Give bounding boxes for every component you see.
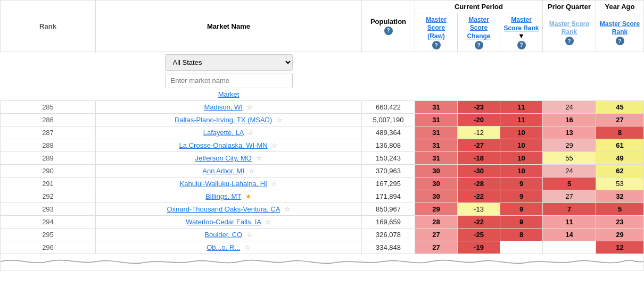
market-link[interactable]: Market — [218, 90, 240, 98]
table-row: 291 Kahului-Wailuku-Lahaina, HI ☆ 167,29… — [1, 178, 644, 190]
master-score-rank-current-header[interactable]: Master Score Rank ▼ ? — [500, 13, 543, 52]
rank-year-filter-cell — [596, 52, 644, 101]
change-score-cell: -27 — [458, 139, 500, 152]
prior-quarter-header: Prior Quarter — [543, 1, 596, 13]
star-icon[interactable]: ☆ — [284, 205, 291, 213]
market-link-text[interactable]: Madison, WI — [204, 103, 243, 111]
master-score-rank-prior-header[interactable]: Master Score Rank ? — [543, 13, 596, 52]
market-name-input[interactable] — [165, 73, 293, 88]
change-help-icon[interactable]: ? — [475, 41, 483, 49]
table-row: 296 Ob...o, R... ☆ 334,848 27 -19 12 — [1, 241, 644, 254]
star-icon[interactable]: ★ — [245, 192, 252, 200]
star-icon[interactable]: ☆ — [247, 129, 254, 137]
market-name-cell: Oxnard-Thousand Oaks-Ventura, CA ☆ — [96, 203, 362, 216]
market-link-text[interactable]: Ann Arbor, MI — [202, 167, 244, 175]
year-ago-header: Year Ago — [596, 1, 644, 13]
star-icon[interactable]: ☆ — [271, 180, 277, 188]
population-cell: 136,808 — [362, 139, 415, 152]
market-link-text[interactable]: Billings, MT — [205, 192, 241, 200]
raw-score-cell: 30 — [415, 190, 458, 203]
rank-year-cell: 23 — [596, 216, 644, 229]
market-name-cell: Dallas-Plano-Irving, TX (MSAD) ☆ — [96, 114, 362, 126]
raw-filter-cell — [415, 52, 458, 101]
rank-header: Rank — [1, 1, 96, 52]
rank-year-cell: 5 — [596, 203, 644, 216]
market-name-cell: Waterloo-Cedar Falls, IA ☆ — [96, 216, 362, 229]
rank-cell: 294 — [1, 216, 96, 229]
rank-current-cell: 10 — [500, 126, 543, 139]
rank-current-cell: 10 — [500, 165, 543, 178]
change-filter-cell — [458, 52, 500, 101]
rank-prior-cell: 7 — [543, 203, 596, 216]
rank-year-cell: 32 — [596, 190, 644, 203]
population-cell: 489,364 — [362, 126, 415, 139]
market-link-text[interactable]: La Crosse-Onalaska, WI-MN — [179, 141, 268, 149]
population-cell: 370,963 — [362, 165, 415, 178]
rank-year-cell: 62 — [596, 165, 644, 178]
population-help-icon[interactable]: ? — [384, 27, 393, 35]
rank-year-cell: 45 — [596, 101, 644, 114]
rank-prior-cell: 29 — [543, 139, 596, 152]
market-link-text[interactable]: Kahului-Wailuku-Lahaina, HI — [180, 180, 267, 188]
market-name-cell: Madison, WI ☆ — [96, 101, 362, 114]
master-score-rank-year-header[interactable]: Master Score Rank ? — [596, 13, 644, 52]
rank-year-cell: 8 — [596, 126, 644, 139]
change-score-cell: -25 — [458, 229, 500, 241]
change-score-cell: -20 — [458, 114, 500, 126]
market-link-text[interactable]: Waterloo-Cedar Falls, IA — [186, 218, 261, 226]
rank-current-cell: 9 — [500, 216, 543, 229]
population-cell: 5,007,190 — [362, 114, 415, 126]
market-link-text[interactable]: Ob...o, R... — [207, 243, 240, 251]
raw-score-cell: 31 — [415, 126, 458, 139]
rank-year-cell: 12 — [596, 241, 644, 254]
market-name-cell: Lafayette, LA ☆ — [96, 126, 362, 139]
rank-prior-help-icon[interactable]: ? — [565, 37, 574, 45]
star-icon[interactable]: ☆ — [246, 231, 253, 239]
market-link-text[interactable]: Dallas-Plano-Irving, TX (MSAD) — [175, 116, 272, 124]
rank-cell: 293 — [1, 203, 96, 216]
population-cell: 660,422 — [362, 101, 415, 114]
master-score-raw-header[interactable]: Master Score (Raw) ? — [415, 13, 458, 52]
rank-current-cell: 9 — [500, 178, 543, 190]
star-icon[interactable]: ☆ — [249, 167, 255, 175]
star-icon[interactable]: ☆ — [265, 218, 271, 226]
change-score-cell: -22 — [458, 216, 500, 229]
star-icon[interactable]: ☆ — [244, 243, 251, 251]
rank-year-help-icon[interactable]: ? — [616, 37, 624, 45]
market-link-text[interactable]: Lafayette, LA — [203, 129, 244, 137]
population-header[interactable]: Population ? — [362, 1, 415, 52]
rank-cur-help-icon[interactable]: ? — [517, 41, 526, 49]
state-select[interactable]: All States — [165, 54, 293, 71]
population-cell: 171,894 — [362, 190, 415, 203]
market-name-cell: Boulder, CO ☆ — [96, 229, 362, 241]
star-icon[interactable]: ☆ — [246, 103, 253, 111]
raw-help-icon[interactable]: ? — [432, 41, 441, 49]
change-score-cell: -23 — [458, 101, 500, 114]
raw-score-cell: 30 — [415, 165, 458, 178]
market-link-text[interactable]: Boulder, CO — [204, 231, 242, 239]
change-score-cell: -28 — [458, 178, 500, 190]
star-icon[interactable]: ☆ — [276, 116, 283, 124]
population-cell: 850,967 — [362, 203, 415, 216]
rank-cell: 290 — [1, 165, 96, 178]
rank-prior-cell: 5 — [543, 178, 596, 190]
master-score-change-header[interactable]: Master Score Change ? — [458, 13, 500, 52]
table-row: 292 Billings, MT ★ 171,894 30 -22 9 27 3… — [1, 190, 644, 203]
raw-score-cell: 30 — [415, 178, 458, 190]
market-link-text[interactable]: Oxnard-Thousand Oaks-Ventura, CA — [167, 205, 279, 213]
star-icon[interactable]: ☆ — [256, 154, 262, 162]
rank-current-cell: 10 — [500, 152, 543, 165]
table-row: 288 La Crosse-Onalaska, WI-MN ☆ 136,808 … — [1, 139, 644, 152]
rank-prior-cell: 14 — [543, 229, 596, 241]
wave-row — [1, 254, 644, 271]
rank-year-cell: 29 — [596, 229, 644, 241]
raw-score-cell: 29 — [415, 203, 458, 216]
rank-current-cell: 10 — [500, 139, 543, 152]
market-link-text[interactable]: Jefferson City, MO — [195, 154, 251, 162]
table-row: 289 Jefferson City, MO ☆ 150,243 31 -18 … — [1, 152, 644, 165]
star-icon[interactable]: ☆ — [271, 141, 278, 149]
table-row: 285 Madison, WI ☆ 660,422 31 -23 11 24 4… — [1, 101, 644, 114]
pop-filter-cell — [362, 52, 415, 101]
population-cell: 167,295 — [362, 178, 415, 190]
rank-cell: 295 — [1, 229, 96, 241]
